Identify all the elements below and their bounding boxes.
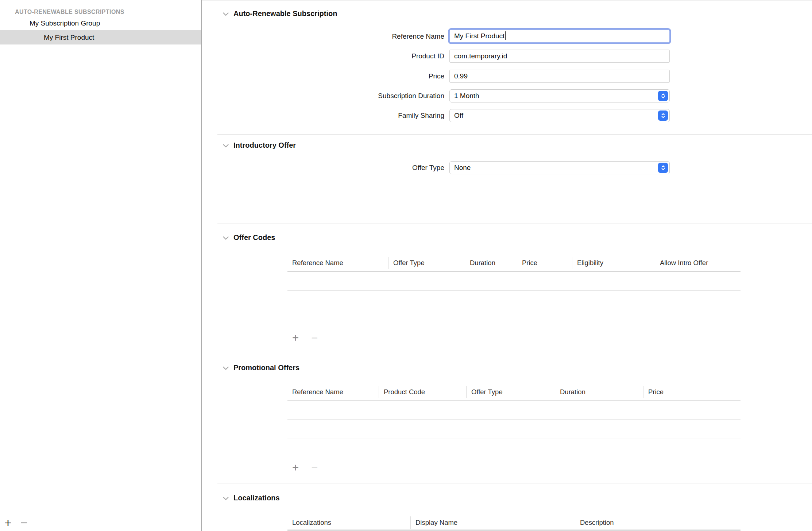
column-header[interactable]: Localizations — [287, 516, 410, 529]
chevron-down-icon[interactable] — [223, 496, 229, 501]
sidebar: AUTO-RENEWABLE SUBSCRIPTIONS My Subscrip… — [0, 0, 202, 531]
column-header[interactable]: Reference Name — [287, 257, 388, 269]
column-header[interactable]: Display Name — [410, 516, 575, 529]
offer-codes-add-button[interactable]: + — [290, 332, 301, 345]
popup-arrows-icon — [658, 91, 668, 101]
table-header-underline — [287, 530, 741, 531]
column-header[interactable]: Offer Type — [388, 257, 465, 269]
section-title-localizations: Localizations — [233, 494, 280, 502]
sidebar-remove-button[interactable]: − — [17, 515, 31, 530]
family-sharing-value: Off — [454, 112, 463, 119]
chevron-down-icon[interactable] — [223, 144, 229, 148]
reference-name-input[interactable]: My First Product — [449, 30, 670, 43]
price-input[interactable]: 0.99 — [449, 70, 670, 83]
sidebar-item-first-product[interactable]: My First Product — [0, 30, 201, 44]
section-divider — [217, 134, 812, 135]
column-header[interactable]: Price — [517, 257, 572, 269]
offer-type-label: Offer Type — [292, 161, 444, 175]
offer-codes-table-header: Reference Name Offer Type Duration Price… — [287, 257, 741, 269]
promotional-offers-add-button[interactable]: + — [290, 461, 301, 474]
promotional-offers-empty-row — [287, 401, 741, 420]
section-title-offer-codes: Offer Codes — [233, 233, 275, 242]
storekit-configuration-editor: AUTO-RENEWABLE SUBSCRIPTIONS My Subscrip… — [0, 0, 812, 531]
sidebar-add-button[interactable]: + — [1, 515, 15, 530]
section-title-promotional-offers: Promotional Offers — [233, 364, 299, 372]
family-sharing-select[interactable]: Off — [449, 109, 670, 122]
localizations-table-header: Localizations Display Name Description — [287, 516, 741, 529]
chevron-down-icon[interactable] — [223, 366, 229, 371]
popup-arrows-icon — [658, 111, 668, 121]
text-cursor — [505, 31, 506, 40]
chevron-down-icon[interactable] — [223, 12, 229, 16]
sidebar-item-subscription-group[interactable]: My Subscription Group — [0, 16, 202, 30]
offer-type-value: None — [454, 164, 471, 171]
section-divider — [217, 484, 812, 484]
section-title-auto-renewable: Auto-Renewable Subscription — [233, 9, 337, 18]
subscription-duration-value: 1 Month — [454, 92, 479, 100]
column-header[interactable]: Price — [643, 386, 741, 398]
column-header[interactable]: Offer Type — [466, 386, 555, 398]
section-title-introductory-offer: Introductory Offer — [233, 141, 296, 150]
sidebar-group-header: AUTO-RENEWABLE SUBSCRIPTIONS — [15, 9, 124, 15]
reference-name-value: My First Product — [454, 32, 504, 40]
column-header[interactable]: Eligibility — [572, 257, 655, 269]
section-divider — [217, 224, 812, 224]
column-header[interactable]: Duration — [555, 386, 643, 398]
offer-codes-empty-row — [287, 272, 741, 291]
subscription-duration-label: Subscription Duration — [292, 89, 444, 103]
chevron-down-icon[interactable] — [223, 236, 229, 240]
column-header[interactable]: Description — [575, 516, 741, 529]
promotional-offers-empty-row — [287, 420, 741, 438]
family-sharing-label: Family Sharing — [292, 109, 444, 123]
column-header[interactable]: Product Code — [379, 386, 466, 398]
promotional-offers-table-header: Reference Name Product Code Offer Type D… — [287, 386, 741, 398]
column-header[interactable]: Reference Name — [287, 386, 379, 398]
reference-name-label: Reference Name — [292, 30, 444, 43]
column-header[interactable]: Duration — [465, 257, 517, 269]
price-label: Price — [292, 69, 444, 83]
popup-arrows-icon — [658, 163, 668, 173]
product-id-input[interactable]: com.temporary.id — [449, 50, 670, 63]
offer-type-select[interactable]: None — [449, 161, 670, 174]
product-id-label: Product ID — [292, 49, 444, 63]
subscription-duration-select[interactable]: 1 Month — [449, 89, 670, 102]
column-header[interactable]: Allow Intro Offer — [655, 257, 741, 269]
section-divider — [217, 351, 812, 351]
promotional-offers-remove-button[interactable]: − — [309, 461, 320, 474]
offer-codes-empty-row — [287, 291, 741, 309]
offer-codes-remove-button[interactable]: − — [309, 332, 320, 345]
